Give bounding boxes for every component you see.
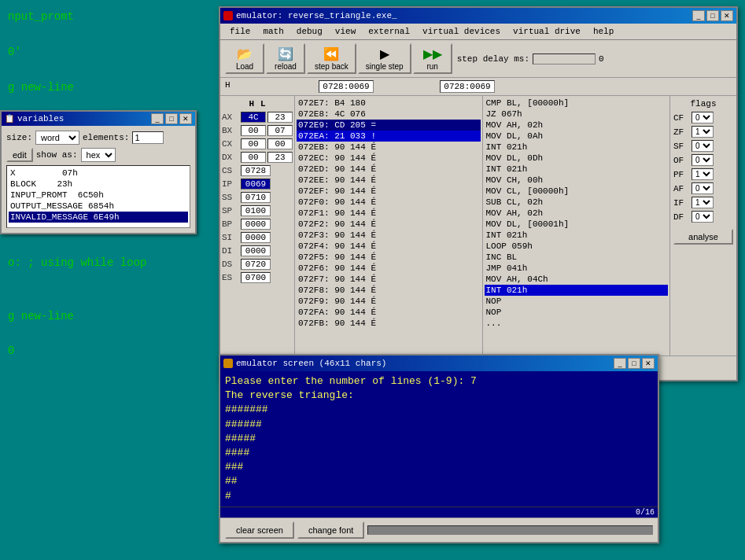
disasm-row[interactable]: 072F5: 90 144 É: [297, 252, 481, 263]
disasm-row[interactable]: 072EE: 90 144 É: [297, 175, 481, 186]
disasm-row[interactable]: 072F9: 90 144 É: [297, 296, 481, 307]
disasm-row[interactable]: 072E8: 4C 076: [297, 109, 481, 120]
menu-virtual-devices[interactable]: virtual devices: [416, 25, 507, 38]
di-val[interactable]: 0000: [241, 245, 271, 256]
var-item-block[interactable]: BLOCK 23h: [9, 179, 188, 190]
var-item-input-promt[interactable]: INPUT_PROMT 6C50h: [9, 190, 188, 201]
ax-label: AX: [222, 112, 239, 122]
es-val[interactable]: 0700: [241, 272, 271, 283]
asm-row: INT 021h: [485, 164, 669, 175]
variables-maximize-button[interactable]: □: [165, 113, 178, 124]
asm-row: JMP 041h: [485, 263, 669, 274]
disasm-row[interactable]: 072F2: 90 144 É: [297, 219, 481, 230]
var-item-output-message[interactable]: OUTPUT_MESSAGE 6854h: [9, 201, 188, 212]
of-select[interactable]: 01: [692, 154, 714, 166]
screen-maximize-button[interactable]: □: [628, 358, 640, 369]
var-item-invalid-message[interactable]: INVALID_MESSAGE 6E49h: [9, 212, 188, 223]
change-font-button[interactable]: change font: [297, 521, 365, 539]
asm-row: NOP: [485, 296, 669, 307]
sp-val[interactable]: 0100: [241, 205, 271, 216]
disasm-row[interactable]: 072EC: 90 144 É: [297, 153, 481, 164]
disasm-row[interactable]: 072F7: 90 144 É: [297, 274, 481, 285]
variables-minimize-button[interactable]: _: [151, 113, 164, 124]
step-back-button[interactable]: ⏪ step back: [307, 43, 356, 74]
menu-debug[interactable]: debug: [290, 25, 329, 38]
variables-window: 📋 variables _ □ ✕ size: word byte dword …: [0, 110, 197, 234]
disasm-row[interactable]: 072F0: 90 144 É: [297, 197, 481, 208]
delay-track[interactable]: [533, 53, 596, 64]
pf-select[interactable]: 10: [692, 168, 714, 180]
menu-math[interactable]: math: [256, 25, 290, 38]
reg-header: H L: [222, 99, 293, 109]
reload-label: reload: [275, 62, 297, 71]
address-input-1[interactable]: [319, 80, 374, 93]
emulator-minimize-button[interactable]: _: [692, 10, 705, 21]
cs-val[interactable]: 0728: [241, 165, 271, 176]
disasm-row[interactable]: 072F3: 90 144 É: [297, 230, 481, 241]
menu-virtual-drive[interactable]: virtual drive: [507, 25, 587, 38]
ax-high[interactable]: 4C: [241, 112, 266, 123]
clear-screen-button[interactable]: clear screen: [225, 521, 294, 539]
ds-val[interactable]: 0720: [241, 259, 271, 270]
bx-high[interactable]: 00: [241, 125, 266, 136]
load-button[interactable]: 📂 Load: [225, 43, 264, 74]
ax-low[interactable]: 23: [267, 112, 293, 123]
menu-external[interactable]: external: [362, 25, 416, 38]
variables-content: size: word byte dword elements: edit sho…: [2, 126, 195, 233]
af-select[interactable]: 01: [692, 182, 714, 194]
disasm-row[interactable]: 072FB: 90 144 É: [297, 318, 481, 329]
df-label: DF: [673, 212, 689, 222]
dx-high[interactable]: 00: [241, 152, 266, 163]
edit-button[interactable]: edit: [6, 148, 33, 162]
si-val[interactable]: 0000: [241, 232, 271, 243]
menu-view[interactable]: view: [329, 25, 362, 38]
screen-minimize-button[interactable]: _: [614, 358, 626, 369]
screen-close-button[interactable]: ✕: [642, 358, 655, 369]
address-input-2[interactable]: [440, 80, 495, 93]
flags-panel: flags CF 01 ZF 10 SF 01 OF 01 PF 10: [669, 96, 736, 356]
disasm-row[interactable]: 072EF: 90 144 É: [297, 186, 481, 197]
disasm-row[interactable]: 072F1: 90 144 É: [297, 208, 481, 219]
reg-ax: AX 4C 23: [222, 112, 293, 123]
disasm-row[interactable]: 072F4: 90 144 É: [297, 241, 481, 252]
disasm-row[interactable]: 072F6: 90 144 É: [297, 263, 481, 274]
reload-button[interactable]: 🔄 reload: [266, 43, 305, 74]
disasm-row[interactable]: 072F8: 90 144 É: [297, 285, 481, 296]
variables-close-button[interactable]: ✕: [179, 113, 192, 124]
menu-help[interactable]: help: [587, 25, 620, 38]
ip-val[interactable]: 0069: [241, 179, 271, 190]
elements-input[interactable]: [132, 131, 164, 144]
dx-low[interactable]: 23: [267, 152, 293, 163]
run-button[interactable]: ▶▶ run: [413, 43, 452, 74]
disasm-row[interactable]: 072E7: B4 180: [297, 98, 481, 109]
flag-if: IF 10: [673, 197, 733, 208]
flag-pf: PF 10: [673, 168, 733, 180]
disasm-row[interactable]: 072FA: 90 144 É: [297, 307, 481, 318]
menu-file[interactable]: file: [223, 25, 256, 38]
emulator-close-button[interactable]: ✕: [721, 10, 733, 21]
load-icon: 📂: [237, 46, 253, 61]
single-step-button[interactable]: ▶ single step: [358, 43, 411, 74]
disasm-row-active[interactable]: 072EA: 21 033 !: [297, 131, 481, 142]
cf-select[interactable]: 01: [692, 112, 714, 123]
zf-select[interactable]: 10: [692, 126, 714, 138]
if-select[interactable]: 10: [692, 197, 714, 208]
asm-content: CMP BL, [00000h] JZ 067h MOV AH, 02h MOV…: [483, 96, 670, 356]
ss-val[interactable]: 0710: [241, 192, 271, 203]
emulator-maximize-button[interactable]: □: [706, 10, 719, 21]
disasm-row-highlighted[interactable]: 072E9: CD 205 =: [297, 120, 481, 131]
disasm-row[interactable]: 072EB: 90 144 É: [297, 142, 481, 153]
show-as-select[interactable]: hex dec bin: [81, 148, 116, 162]
bp-val[interactable]: 0000: [241, 219, 271, 230]
df-select[interactable]: 01: [692, 211, 714, 223]
cx-high[interactable]: 00: [241, 138, 266, 149]
disasm-row[interactable]: 072ED: 90 144 É: [297, 164, 481, 175]
analyse-button[interactable]: analyse: [673, 229, 733, 245]
si-label: SI: [222, 233, 239, 242]
cx-low[interactable]: 00: [267, 138, 293, 149]
sf-select[interactable]: 01: [692, 140, 714, 152]
reg-ds: DS 0720: [222, 259, 293, 270]
bx-low[interactable]: 07: [267, 125, 293, 136]
size-select[interactable]: word byte dword: [35, 131, 79, 145]
var-item-x[interactable]: X 07h: [9, 168, 188, 179]
